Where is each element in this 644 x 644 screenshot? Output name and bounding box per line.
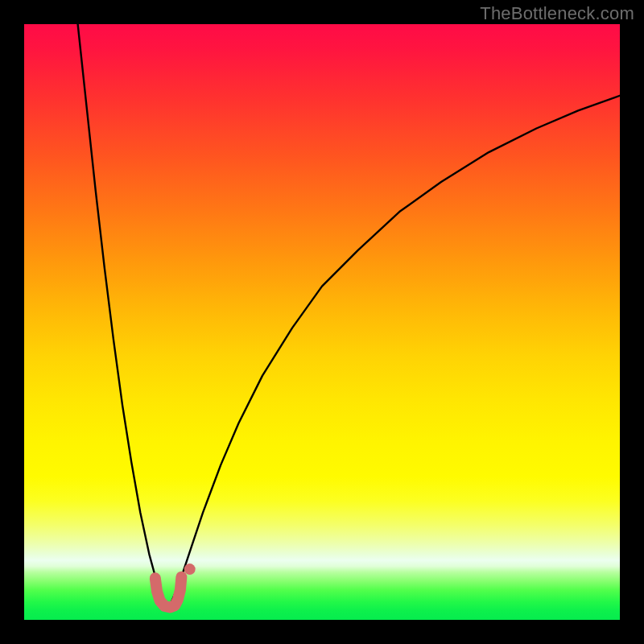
marker-dot — [184, 564, 196, 575]
watermark-text: TheBottleneck.com — [480, 3, 634, 24]
curve-layer — [24, 24, 620, 620]
plot-area — [24, 24, 620, 620]
left_branch-path — [78, 24, 164, 605]
right_branch-path — [170, 96, 620, 605]
chart-frame: TheBottleneck.com — [0, 0, 644, 644]
marker-u-path — [155, 577, 182, 608]
